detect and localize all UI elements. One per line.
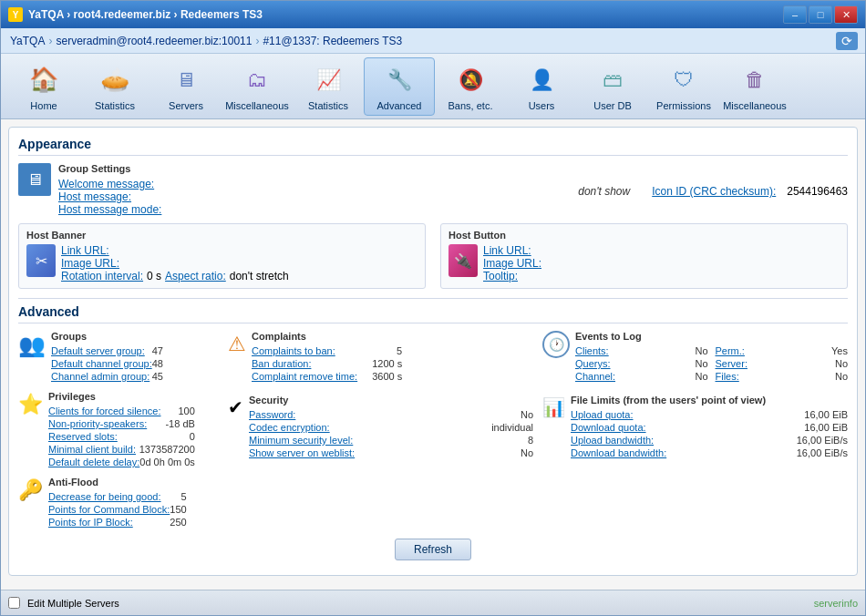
banner-button-row: Host Banner ✂ Link URL: Image URL: Rotat… — [18, 223, 848, 289]
host-banner-box: Host Banner ✂ Link URL: Image URL: Rotat… — [18, 223, 426, 289]
maximize-button[interactable]: □ — [809, 5, 832, 24]
banner-rotation-val: 0 s — [147, 270, 161, 282]
banner-link-url[interactable]: Link URL: — [61, 244, 109, 257]
host-message-link[interactable]: Host message: — [58, 190, 131, 203]
group-settings-label: Group Settings — [58, 163, 571, 174]
fl-download-quota-row: Download quota: 16,00 EiB — [571, 422, 848, 433]
sec-codec-label[interactable]: Codec encryption: — [249, 422, 330, 433]
fl-upload-bw-val: 16,00 EiB/s — [797, 435, 848, 446]
toolbar-statistics1[interactable]: 🥧 Statistics — [79, 57, 150, 116]
af-command-label[interactable]: Points for Command Block: — [48, 504, 170, 515]
misc2-icon: 🗑 — [737, 62, 773, 98]
toolbar-statistics2[interactable]: 📈 Statistics — [293, 57, 364, 116]
evt-server-label[interactable]: Server: — [716, 358, 747, 369]
evt-files-label[interactable]: Files: — [716, 371, 739, 382]
fl-upload-quota-label[interactable]: Upload quota: — [571, 409, 634, 420]
toolbar-statistics2-label: Statistics — [308, 100, 348, 111]
evt-channel-label[interactable]: Channel: — [575, 371, 615, 382]
priv-delete-label[interactable]: Default delete delay: — [48, 457, 139, 467]
fl-download-quota-label[interactable]: Download quota: — [571, 422, 646, 433]
minimize-button[interactable]: – — [783, 5, 807, 24]
af-ip-val: 250 — [170, 517, 186, 528]
toolbar-misc1[interactable]: 🗂 Miscellaneous — [222, 57, 293, 116]
priv-forced-row: Clients for forced silence: 100 — [48, 406, 195, 416]
groups-admin-label[interactable]: Channel admin group: — [51, 371, 149, 382]
icon-id-label[interactable]: Icon ID (CRC checksum): — [652, 185, 776, 198]
banner-aspect[interactable]: Aspect ratio: — [165, 270, 226, 282]
priv-priority-label[interactable]: Non-priority-speakers: — [48, 418, 147, 429]
events-grid: Clients: No Perm.: Yes Querys: No — [575, 345, 848, 384]
evt-channel-row: Channel: No — [575, 371, 708, 382]
fl-upload-bw-row: Upload bandwidth: 16,00 EiB/s — [571, 435, 848, 446]
af-decrease-label[interactable]: Decrease for being good: — [48, 491, 161, 502]
edit-multiple-checkbox[interactable] — [8, 597, 20, 609]
status-bar: Edit Multiple Servers serverinfo — [1, 590, 865, 615]
evt-server-val: No — [835, 358, 848, 369]
host-message-mode-link[interactable]: Host message mode: — [58, 203, 161, 216]
sec-password-val: No — [521, 409, 533, 420]
groups-channel-label[interactable]: Default channel group: — [51, 358, 152, 369]
refresh-button[interactable]: Refresh — [395, 539, 471, 560]
button-tooltip[interactable]: Tooltip: — [483, 270, 518, 282]
toolbar-permissions[interactable]: 🛡 Permissions — [648, 57, 719, 116]
close-button[interactable]: ✕ — [834, 5, 858, 24]
fl-download-quota-val: 16,00 EiB — [804, 422, 848, 433]
fl-download-bw-label[interactable]: Download bandwidth: — [571, 447, 666, 458]
evt-clients-val: No — [695, 345, 707, 356]
toolbar-users-label: Users — [529, 100, 555, 111]
addr-sep1: › — [48, 35, 52, 47]
priv-minimal-label[interactable]: Minimal client build: — [48, 444, 136, 455]
priv-forced-label[interactable]: Clients for forced silence: — [48, 406, 161, 416]
toolbar-userdb[interactable]: 🗃 User DB — [577, 57, 648, 116]
sec-minsec-val: 8 — [528, 435, 533, 446]
host-banner-title: Host Banner — [26, 230, 418, 241]
nav-arrow[interactable]: ⟳ — [836, 32, 858, 50]
fl-upload-bw-label[interactable]: Upload bandwidth: — [571, 435, 654, 446]
groups-server-label[interactable]: Default server group: — [51, 345, 145, 356]
toolbar-home[interactable]: 🏠 Home — [8, 57, 79, 116]
groups-channel-row: Default channel group: 48 — [51, 358, 163, 369]
toolbar-misc2[interactable]: 🗑 Miscellaneous — [719, 57, 790, 116]
sec-password-label[interactable]: Password: — [249, 409, 295, 420]
af-ip-label[interactable]: Points for IP Block: — [48, 517, 133, 528]
priv-delete-row: Default delete delay: 0d 0h 0m 0s — [48, 457, 195, 467]
af-decrease-val: 5 — [181, 491, 187, 502]
af-ip-row: Points for IP Block: 250 — [48, 517, 187, 528]
sec-minsec-label[interactable]: Minimum security level: — [249, 435, 353, 446]
icon-id-val: 2544196463 — [787, 185, 848, 198]
groups-server-row: Default server group: 47 — [51, 345, 163, 356]
af-decrease-row: Decrease for being good: 5 — [48, 491, 187, 502]
groups-channel-val: 48 — [152, 358, 163, 369]
welcome-message-link[interactable]: Welcome message: — [58, 178, 154, 190]
evt-perm-label[interactable]: Perm.: — [716, 345, 745, 356]
banner-rotation[interactable]: Rotation interval: — [61, 270, 143, 282]
button-image-url[interactable]: Image URL: — [483, 257, 541, 270]
toolbar-servers[interactable]: 🖥 Servers — [150, 57, 222, 116]
title-bar: Y YaTQA › root4.redeemer.biz › Redeemers… — [1, 1, 865, 28]
toolbar-advanced[interactable]: 🔧 Advanced — [364, 57, 435, 116]
toolbar-advanced-label: Advanced — [377, 100, 422, 111]
evt-clients-label[interactable]: Clients: — [575, 345, 609, 356]
anti-flood-section: 🔑 Anti-Flood Decrease for being good: 5 … — [18, 477, 219, 529]
sec-weblist-label[interactable]: Show server on weblist: — [249, 447, 355, 458]
priv-reserved-label[interactable]: Reserved slots: — [48, 431, 118, 442]
priv-priority-row: Non-priority-speakers: -18 dB — [48, 418, 195, 429]
file-limits-icon: 📊 — [542, 396, 565, 418]
comp-ban-label[interactable]: Complaints to ban: — [252, 345, 335, 356]
evt-querys-label[interactable]: Querys: — [575, 358, 611, 369]
comp-duration-label[interactable]: Ban duration: — [252, 358, 311, 369]
button-link-url[interactable]: Link URL: — [483, 244, 531, 257]
complaints-title: Complaints — [252, 331, 402, 342]
edit-multiple-area[interactable]: Edit Multiple Servers — [8, 597, 119, 609]
toolbar-bans[interactable]: 🔕 Bans, etc. — [435, 57, 506, 116]
toolbar-users[interactable]: 👤 Users — [506, 57, 577, 116]
window-title: YaTQA › root4.redeemer.biz › Redeemers T… — [28, 8, 263, 21]
addr-part2: serveradmin@root4.redeemer.biz:10011 — [56, 35, 252, 47]
comp-ban-val: 5 — [397, 345, 402, 356]
priv-minimal-val: 1373587200 — [139, 444, 195, 455]
comp-ban-row: Complaints to ban: 5 — [252, 345, 402, 356]
comp-remove-label[interactable]: Complaint remove time: — [252, 371, 357, 382]
banner-image-url[interactable]: Image URL: — [61, 257, 119, 270]
toolbar-bans-label: Bans, etc. — [448, 100, 493, 111]
toolbar: 🏠 Home 🥧 Statistics 🖥 Servers 🗂 Miscella… — [1, 54, 865, 119]
